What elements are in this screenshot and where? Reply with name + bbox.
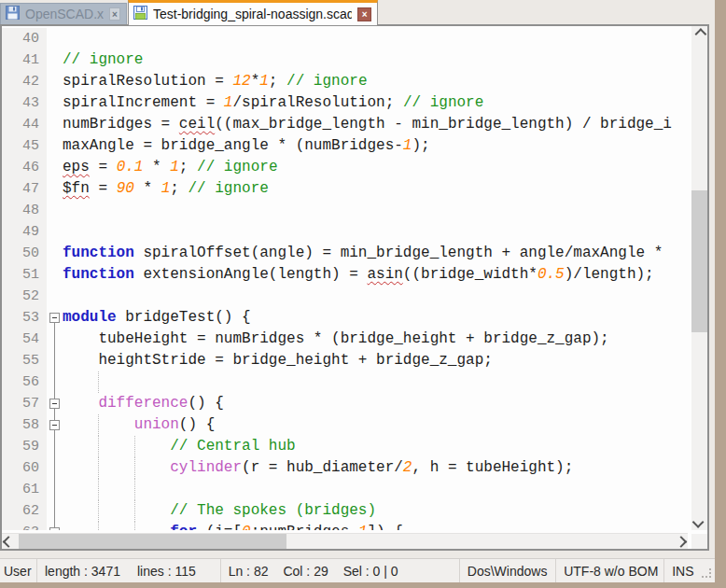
chevron-up-icon xyxy=(695,28,707,40)
horizontal-scroll-thumb[interactable] xyxy=(19,534,286,549)
code-text: union() { xyxy=(63,414,215,436)
line-number[interactable]: 60 xyxy=(2,457,47,479)
code-token: ((bridge_width* xyxy=(403,266,538,283)
line-number[interactable]: 43 xyxy=(2,92,47,114)
close-tab-icon[interactable]: × xyxy=(357,7,371,21)
resize-grip-icon[interactable] xyxy=(702,567,713,582)
close-tab-icon[interactable]: × xyxy=(109,7,120,21)
code-token: 1 xyxy=(161,180,171,197)
line-number[interactable]: 61 xyxy=(2,479,47,500)
scroll-up-button[interactable] xyxy=(691,26,707,42)
fold-collapse-icon[interactable] xyxy=(49,420,60,430)
line-number[interactable]: 48 xyxy=(2,200,47,221)
code-token xyxy=(63,459,170,476)
code-text: eps = 0.1 * 1; // ignore xyxy=(63,157,277,178)
line-number[interactable]: 62 xyxy=(2,500,47,522)
line-number[interactable]: 40 xyxy=(2,28,47,49)
fold-marker[interactable] xyxy=(47,307,63,329)
fold-collapse-icon[interactable] xyxy=(49,527,60,530)
line-number[interactable]: 46 xyxy=(2,157,47,178)
code-token: * xyxy=(251,73,260,90)
indent-guide xyxy=(134,500,135,522)
editor-area[interactable]: 4041// ignore42spiralResolution = 12*1; … xyxy=(0,24,709,551)
tab-openscad-xml[interactable]: OpenSCAD.xml × xyxy=(0,3,127,24)
code-token: function xyxy=(63,245,134,261)
line-number[interactable]: 55 xyxy=(2,350,47,371)
fold-collapse-icon[interactable] xyxy=(49,399,60,409)
fold-line xyxy=(54,371,55,393)
status-selection: Sel : 0 | 0 xyxy=(343,564,398,579)
code-token: numBridges = xyxy=(63,116,179,133)
scrollbar-corner xyxy=(691,534,707,549)
tab-test-bridging-spiral-noassign-scad[interactable]: Test-bridging_spiral-noassign.scad × xyxy=(128,0,378,25)
code-token: spiralResolution = xyxy=(63,73,232,90)
vertical-scrollbar[interactable] xyxy=(691,26,707,530)
code-line: 57 difference() { xyxy=(2,393,672,414)
code-line: 40 xyxy=(2,28,672,49)
line-number[interactable]: 56 xyxy=(2,371,47,393)
fold-marker[interactable] xyxy=(47,522,63,530)
fold-marker[interactable] xyxy=(47,371,63,393)
fold-marker[interactable] xyxy=(47,479,63,500)
code-token: 0.1 xyxy=(117,159,144,175)
code-line: 47$fn = 90 * 1; // ignore xyxy=(2,178,672,200)
line-number[interactable]: 50 xyxy=(2,243,47,264)
scroll-right-button[interactable] xyxy=(672,534,688,549)
fold-marker[interactable] xyxy=(47,393,63,414)
fold-marker[interactable] xyxy=(47,329,63,350)
code-text: // ignore xyxy=(63,49,143,71)
line-number[interactable]: 41 xyxy=(2,49,47,71)
fold-margin xyxy=(47,135,63,157)
scroll-left-button[interactable] xyxy=(2,534,18,549)
fold-marker[interactable] xyxy=(47,414,63,436)
line-number[interactable]: 45 xyxy=(2,135,47,157)
code-viewport[interactable]: 4041// ignore42spiralResolution = 12*1; … xyxy=(2,26,688,530)
code-token: = xyxy=(90,180,117,197)
code-line: 63 for (i=[0:numBridges-1]) { xyxy=(2,522,672,530)
code-token: 0 xyxy=(242,524,251,530)
line-number[interactable]: 44 xyxy=(2,114,47,135)
saved-file-icon xyxy=(6,6,20,22)
horizontal-scrollbar[interactable] xyxy=(2,533,688,549)
code-line: 53module bridgeTest() { xyxy=(2,307,672,329)
code-text: module bridgeTest() { xyxy=(63,307,251,329)
vertical-scroll-thumb[interactable] xyxy=(691,190,707,332)
chevron-right-icon xyxy=(676,536,688,548)
fold-collapse-icon[interactable] xyxy=(49,313,60,323)
code-line: 52 xyxy=(2,286,672,307)
code-line: 54 tubeHeight = numBridges * (bridge_hei… xyxy=(2,329,672,350)
code-line: 50function spiralOffset(angle) = min_bri… xyxy=(2,243,672,264)
code-token: ; xyxy=(269,73,286,90)
line-number[interactable]: 59 xyxy=(2,436,47,457)
code-token: function xyxy=(63,266,134,283)
line-number[interactable]: 57 xyxy=(2,393,47,414)
status-lines: lines : 115 xyxy=(137,564,196,579)
indent-guide xyxy=(98,414,99,436)
status-encoding: UTF-8 w/o BOM xyxy=(556,559,664,582)
code-token: maxAngle = bridge_angle * (numBridges- xyxy=(63,137,403,154)
tab-bar: OpenSCAD.xml × Test-bridging_spiral-noas… xyxy=(0,0,715,24)
line-number[interactable]: 49 xyxy=(2,221,47,243)
line-number[interactable]: 47 xyxy=(2,178,47,200)
indent-guide xyxy=(134,457,135,479)
line-number[interactable]: 63 xyxy=(2,522,47,530)
scroll-down-button[interactable] xyxy=(691,514,707,530)
line-number[interactable]: 52 xyxy=(2,286,47,307)
code-token: // ignore xyxy=(197,159,277,175)
fold-marker[interactable] xyxy=(47,436,63,457)
fold-marker[interactable] xyxy=(47,350,63,371)
fold-marker[interactable] xyxy=(47,500,63,522)
fold-marker[interactable] xyxy=(47,457,63,479)
line-number[interactable]: 54 xyxy=(2,329,47,350)
code-token: * xyxy=(143,159,170,175)
code-token: (r = hub_diameter/ xyxy=(242,459,403,476)
status-length: length : 3471 xyxy=(45,564,120,579)
line-number[interactable]: 51 xyxy=(2,264,47,286)
line-number[interactable]: 53 xyxy=(2,307,47,329)
code-token: cylinder xyxy=(170,459,242,476)
line-number[interactable]: 42 xyxy=(2,71,47,92)
line-number[interactable]: 58 xyxy=(2,414,47,436)
code-token: :numBridges- xyxy=(251,524,358,530)
code-token: // ignore xyxy=(403,94,483,111)
chevron-down-icon xyxy=(692,516,705,528)
